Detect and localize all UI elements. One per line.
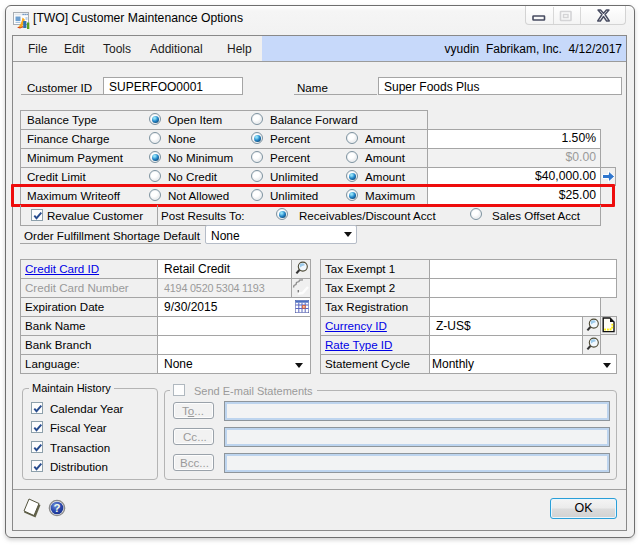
svg-text:?: ? (53, 502, 60, 514)
